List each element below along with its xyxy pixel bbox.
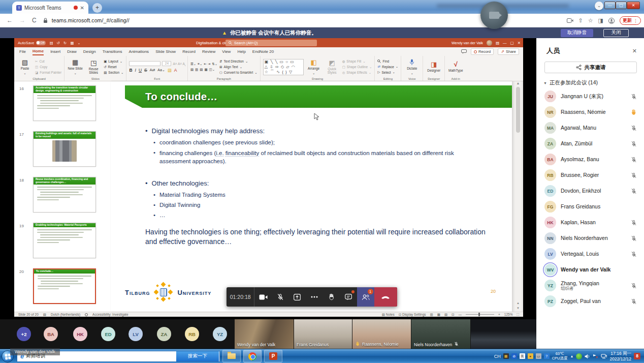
forward-icon[interactable]: → bbox=[19, 17, 25, 24]
autosave-toggle[interactable]: Off bbox=[36, 41, 46, 45]
close-button[interactable]: ✕ bbox=[627, 2, 640, 9]
share-screen-button[interactable] bbox=[289, 287, 306, 307]
participant-bubble[interactable]: RB bbox=[185, 327, 199, 341]
participant-row[interactable]: JU Jiangnan U (来宾) bbox=[536, 88, 644, 104]
bookmark-star-icon[interactable]: ☆ bbox=[588, 17, 593, 24]
highlight-button[interactable]: ▨ bbox=[168, 68, 172, 73]
chevron-down-icon[interactable]: ⌄ bbox=[595, 2, 603, 10]
tab-close-icon[interactable]: ✕ bbox=[80, 5, 84, 11]
video-tile[interactable]: Frans Greidanus bbox=[294, 319, 352, 349]
line-spacing-icon[interactable]: ⇅⌄ bbox=[212, 62, 217, 66]
fit-slide-icon[interactable]: ⛶ bbox=[517, 313, 519, 317]
ribbon-tab[interactable]: Help bbox=[237, 48, 245, 55]
shape-outline-button[interactable]: ▢Shape Outline⌄ bbox=[342, 65, 372, 69]
update-button[interactable]: 更新⋮ bbox=[620, 16, 641, 25]
participant-row[interactable]: BA Aysolmaz, Banu bbox=[536, 152, 644, 167]
font-size-combo[interactable]: 24 bbox=[162, 61, 171, 66]
ribbon-tab[interactable]: Slide Show bbox=[155, 48, 176, 55]
tray-icon[interactable]: ▦ bbox=[503, 353, 509, 359]
shape-gallery[interactable]: ▣ ╲ ╲ ▭ ○ ▭△ ⇩ ⇨ ◇ ▱ ◠☆ ⌒ ∿ { } ▽ bbox=[263, 59, 304, 75]
zoom-in-icon[interactable]: + bbox=[498, 313, 500, 316]
indent-icons[interactable]: ⇤ ⇥ bbox=[204, 62, 210, 66]
ribbon-tab[interactable]: Insert bbox=[50, 48, 60, 55]
redo-icon[interactable]: ↻ bbox=[63, 41, 67, 45]
ribbon-options-icon[interactable]: ▤ bbox=[496, 41, 499, 45]
format-painter-button[interactable]: ◪Format Painter bbox=[35, 71, 61, 75]
justify-icon[interactable]: ▦ bbox=[204, 68, 207, 72]
slide-thumbnail[interactable]: Reuse involves coordination, financing a… bbox=[33, 177, 96, 213]
video-tile[interactable]: Wendy van der Valk bbox=[235, 319, 294, 349]
tray-icon[interactable]: ▭ bbox=[536, 353, 541, 359]
share-invite-button[interactable]: 共享邀请 bbox=[544, 62, 637, 73]
participant-row[interactable]: YZ Zhang, Yingqian 组织者 bbox=[536, 278, 644, 293]
new-tab-button[interactable]: + bbox=[92, 3, 102, 13]
participants-section-header[interactable]: ▼ 正在参加此会议 (14) bbox=[536, 73, 644, 88]
view-normal-icon[interactable]: ▥ bbox=[430, 313, 433, 317]
align-left-icon[interactable]: ▤ bbox=[190, 68, 194, 72]
participant-bubble[interactable]: YZ bbox=[213, 327, 227, 341]
view-reading-icon[interactable]: ▤ bbox=[444, 313, 447, 317]
chat-button[interactable] bbox=[340, 287, 357, 307]
camera-icon[interactable] bbox=[567, 18, 573, 23]
video-tile[interactable]: Raassens, Néomie bbox=[352, 319, 411, 349]
people-button[interactable]: 1 bbox=[357, 287, 374, 307]
notes-icon[interactable]: ▤ bbox=[43, 313, 46, 317]
share-icon[interactable]: ⇧ bbox=[578, 17, 583, 24]
zoom-level[interactable]: 125% bbox=[504, 313, 513, 316]
ribbon-tab[interactable]: View bbox=[222, 48, 231, 55]
change-case-button[interactable]: Aa⌄ bbox=[157, 68, 165, 72]
menu-dots-icon[interactable]: ⋮ bbox=[633, 18, 638, 23]
record-button[interactable]: Record bbox=[471, 48, 494, 55]
bold-button[interactable]: B bbox=[129, 68, 132, 73]
display-settings-toggle[interactable]: ⊡ Display Settings bbox=[399, 313, 426, 317]
ribbon-tab[interactable]: EndNote 20 bbox=[252, 48, 274, 55]
camera-button[interactable] bbox=[254, 287, 272, 307]
save-icon[interactable]: ▤ bbox=[49, 41, 53, 45]
network-icon[interactable] bbox=[601, 354, 607, 359]
video-tile[interactable]: Niels Noorderhaven bbox=[411, 319, 470, 349]
quick-styles-button[interactable]: ◩Quick Styles bbox=[324, 59, 340, 74]
new-slide-button[interactable]: ▦New Slide⌄ bbox=[67, 59, 83, 75]
panel-close-icon[interactable]: ✕ bbox=[632, 48, 637, 54]
cpu-temperature[interactable]: 63℃CPU温度 bbox=[552, 352, 568, 360]
file-explorer-button[interactable] bbox=[222, 350, 241, 362]
tray-icon[interactable]: 英 bbox=[520, 353, 525, 359]
titlebar-more-icon[interactable]: ⌄ bbox=[77, 41, 80, 45]
participant-row[interactable]: ED Dovdon, Enkhzol bbox=[536, 183, 644, 199]
ribbon-tab[interactable]: File bbox=[19, 48, 26, 55]
mathtype-button[interactable]: √MathType bbox=[447, 61, 464, 72]
previous-slide-icon[interactable]: ▲ bbox=[517, 301, 520, 305]
ribbon-tab[interactable]: Draw bbox=[67, 48, 77, 55]
participant-bubble[interactable]: ZA bbox=[157, 327, 171, 341]
shape-fill-button[interactable]: ◍Shape Fill⌄ bbox=[342, 59, 372, 64]
url-field[interactable]: teams.microsoft.com/_#/calling// bbox=[52, 17, 130, 23]
side-panel-icon[interactable]: ◨ bbox=[598, 17, 603, 24]
unmute-button[interactable]: 取消静音 bbox=[561, 29, 593, 37]
columns-icon[interactable]: ◫⌄ bbox=[209, 68, 215, 72]
ppt-search-box[interactable]: Search (Alt+Q) bbox=[226, 40, 317, 46]
bullets-icon[interactable]: ☰⌄ bbox=[190, 62, 196, 66]
next-slide-icon[interactable]: ▼ bbox=[517, 307, 520, 310]
italic-button[interactable]: I bbox=[135, 68, 136, 73]
section-button[interactable]: ▤Section⌄ bbox=[104, 71, 123, 75]
video-tile[interactable] bbox=[471, 319, 536, 349]
tray-icon[interactable]: ? bbox=[544, 353, 550, 359]
slide-thumbnail[interactable]: Accelerating the transition towards circ… bbox=[33, 85, 96, 121]
minimize-button[interactable]: — bbox=[604, 2, 616, 9]
designer-button[interactable]: ◨Designer bbox=[426, 61, 442, 72]
microphone-muted-button[interactable] bbox=[272, 287, 289, 307]
align-right-icon[interactable]: ▤ bbox=[200, 68, 203, 72]
ribbon-tab[interactable]: Design bbox=[83, 48, 96, 55]
strikethrough-button[interactable]: S bbox=[144, 68, 147, 73]
undo-icon[interactable]: ↺ bbox=[57, 41, 60, 45]
ribbon-tab[interactable]: Home bbox=[33, 48, 44, 55]
chrome-button[interactable] bbox=[243, 350, 262, 362]
zoom-slider[interactable] bbox=[466, 314, 494, 315]
cut-button[interactable]: ✂Cut bbox=[35, 59, 61, 64]
participant-row[interactable]: MA Agarwal, Manu bbox=[536, 120, 644, 136]
arrange-button[interactable]: ◧Arrange⌄ bbox=[306, 59, 322, 75]
numbering-icon[interactable]: ≡⌄ bbox=[198, 62, 202, 66]
text-direction-button[interactable]: ⇵Text Direction⌄ bbox=[219, 59, 257, 64]
character-spacing-button[interactable]: A⇄ bbox=[150, 68, 155, 72]
action-center-badge[interactable]: 8 bbox=[634, 353, 640, 359]
